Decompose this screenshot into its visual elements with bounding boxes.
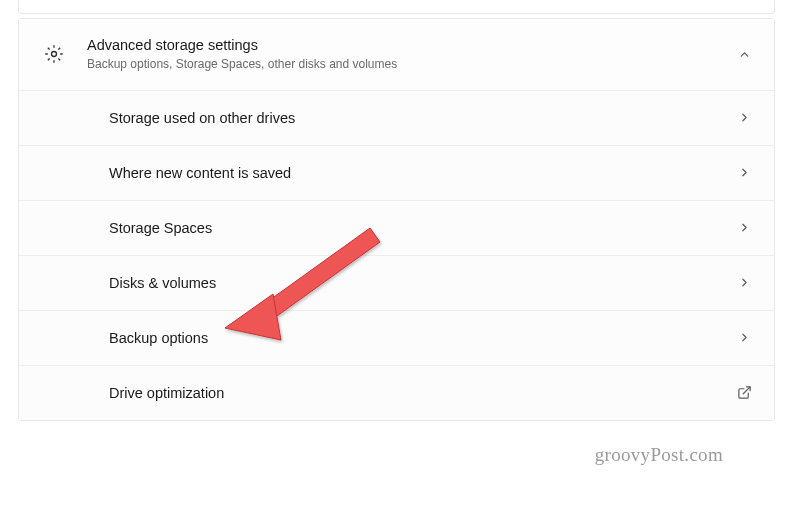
disks-volumes-item[interactable]: Disks & volumes: [19, 255, 774, 310]
chevron-right-icon: [734, 273, 754, 293]
where-new-content-saved-item[interactable]: Where new content is saved: [19, 145, 774, 200]
drive-optimization-item[interactable]: Drive optimization: [19, 365, 774, 420]
item-label: Drive optimization: [109, 385, 734, 401]
backup-options-item[interactable]: Backup options: [19, 310, 774, 365]
chevron-up-icon: [734, 44, 754, 64]
chevron-right-icon: [734, 218, 754, 238]
storage-spaces-item[interactable]: Storage Spaces: [19, 200, 774, 255]
header-title: Advanced storage settings: [87, 36, 734, 55]
chevron-right-icon: [734, 108, 754, 128]
chevron-right-icon: [734, 163, 754, 183]
item-label: Backup options: [109, 330, 734, 346]
item-label: Where new content is saved: [109, 165, 734, 181]
item-label: Storage Spaces: [109, 220, 734, 236]
svg-point-0: [52, 52, 57, 57]
previous-panel-edge: [18, 0, 775, 14]
header-text-block: Advanced storage settings Backup options…: [87, 36, 734, 73]
item-label: Disks & volumes: [109, 275, 734, 291]
item-label: Storage used on other drives: [109, 110, 734, 126]
svg-line-1: [743, 387, 750, 394]
advanced-storage-settings-header[interactable]: Advanced storage settings Backup options…: [19, 19, 774, 90]
advanced-storage-settings-panel: Advanced storage settings Backup options…: [18, 18, 775, 421]
header-subtitle: Backup options, Storage Spaces, other di…: [87, 56, 734, 73]
external-link-icon: [734, 383, 754, 403]
storage-used-other-drives-item[interactable]: Storage used on other drives: [19, 90, 774, 145]
gear-icon: [43, 43, 65, 65]
chevron-right-icon: [734, 328, 754, 348]
watermark-text: groovyPost.com: [595, 444, 723, 466]
